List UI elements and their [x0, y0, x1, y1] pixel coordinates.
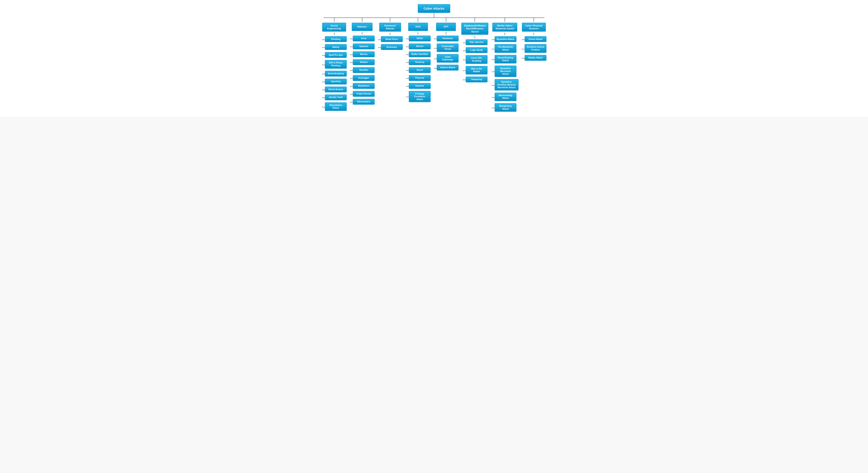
col-password-attacks: Password Attacks Brute Force Dictionary: [378, 18, 403, 51]
leaf-phishing: Phishing: [325, 36, 347, 42]
leaf-botnet: Botnet: [409, 43, 431, 49]
col-dos: DOS DDOS Botnet Buffer Overflow: [405, 18, 431, 103]
leaf-bluesnarfing: Bluesnarfing Attack: [495, 93, 517, 101]
leaf-cyber-espionage: Cyber Espionage: [437, 54, 459, 63]
leaf-ransomware: Ransonware: [353, 99, 375, 105]
leaf-man-in-the-middle: Man in the Middle: [466, 66, 488, 74]
leaf-buffer-overflow: Buffer Overflow: [409, 52, 431, 57]
leaf-repudiation-attack: Repudiation Attack: [325, 102, 347, 111]
leaf-tampering: Tampering: [466, 76, 488, 82]
leaf-adware: Adware: [353, 59, 375, 65]
leaf-blackhole-attack: The BlackHole Attack: [495, 44, 517, 53]
leaf-indirect-attack: Indirect Attack: [437, 65, 459, 71]
col-database-software: Database/Software Based/Browser Based SQ…: [461, 18, 488, 83]
leaf-physical: Physical: [409, 75, 431, 81]
leaf-replay-attack: Replay Attack: [525, 55, 547, 61]
leaf-teardrop: Teardrop: [409, 59, 431, 65]
chart-container: Cyber Attacks Social Engineering Phishin…: [0, 0, 868, 117]
cat-social-engineering: Social Engineering: [322, 23, 346, 32]
root-vline: [434, 13, 434, 18]
social-engineering-children: Phishing Bating Quid Pro Quo IVR or Phon…: [321, 36, 347, 112]
leaf-backdoors: Backdoors: [353, 83, 375, 89]
cat-mobile-adhoc: Mobile Adhoc Networks based: [492, 23, 517, 32]
leaf-direct-access: Direct-Access: [325, 87, 347, 92]
leaf-exploits: Exploits: [409, 83, 431, 89]
leaf-privilege-escalation: Privilege Escalation Attack: [409, 91, 431, 102]
cat-cyber-physical: Cyber Physical Systems: [522, 23, 546, 32]
columns-container: Social Engineering Phishing Bating Qui: [321, 18, 547, 113]
leaf-keylogger: Keylogger: [353, 75, 375, 81]
leaf-hactivism: Hactivism: [437, 36, 459, 41]
leaf-brute-force: Brute Force: [381, 36, 403, 42]
leaf-worms: Worms: [353, 52, 375, 57]
col-malware: Malware Virus Spyware Worms: [349, 18, 375, 106]
col-mobile-adhoc: Mobile Adhoc Networks based Byzantine At…: [491, 18, 519, 113]
leaf-dictionary: Dictionary: [381, 44, 403, 50]
col-apt: APT Hactivism Commodity Threat Cyber E: [433, 18, 459, 72]
leaf-cross-site-scripting: Cross Site Scripting: [466, 55, 488, 64]
leaf-byzantine-overflow: Byzantine Overflow Network Wormhole Atta…: [495, 79, 519, 91]
leaf-byzantine-attack: Byzantine Attack: [495, 36, 517, 42]
leaf-commodity-threat: Commodity Threat: [437, 43, 459, 52]
cat-apt: APT: [436, 23, 456, 31]
col-social-engineering: Social Engineering Phishing Bating Qui: [321, 18, 347, 112]
leaf-sql-injection: SQL Injection: [466, 39, 488, 45]
leaf-rootkits: Rootkits: [353, 67, 375, 73]
leaf-virus: Virus: [353, 36, 375, 41]
leaf-bluejacking: Bluejacking Attack: [495, 103, 517, 112]
leaf-trojan-horses: Trojan Horses: [353, 91, 375, 97]
cat-password-attacks: Password Attacks: [379, 23, 401, 32]
leaf-logic-bomb: Logic Bomb: [466, 47, 488, 53]
root-node: Cyber Attacks: [418, 4, 450, 13]
leaf-spoofing: Spoofing: [325, 79, 347, 85]
leaf-ddos: DDOS: [409, 36, 431, 41]
leaf-identity-theft: Identity Theft: [325, 95, 347, 100]
leaf-spyware: Spyware: [353, 43, 375, 49]
leaf-smurf: Smurf: [409, 67, 431, 73]
leaf-covert-attack: Covert Attack: [525, 36, 547, 42]
leaf-quid-pro-quo: Quid Pro Quo: [325, 52, 347, 58]
leaf-eavesdropping: Eavesdropping: [325, 71, 347, 76]
leaf-ivr: IVR or Phone Phishing: [325, 60, 347, 68]
leaf-byzantine-wormhole: Byzantine Wormhole Attack: [495, 66, 517, 77]
leaf-resilient-control: Resilient Control Problem: [525, 44, 547, 53]
col-cyber-physical: Cyber Physical Systems Covert Attack Res…: [521, 18, 547, 62]
leaf-flood-rushing-attack: Flood Rushing Attack: [495, 55, 517, 64]
cat-database-software: Database/Software Based/Browser Based: [461, 23, 488, 35]
cat-malware: Malware: [352, 23, 373, 31]
cat-dos: DOS: [408, 23, 428, 31]
leaf-bating: Bating: [325, 44, 347, 50]
